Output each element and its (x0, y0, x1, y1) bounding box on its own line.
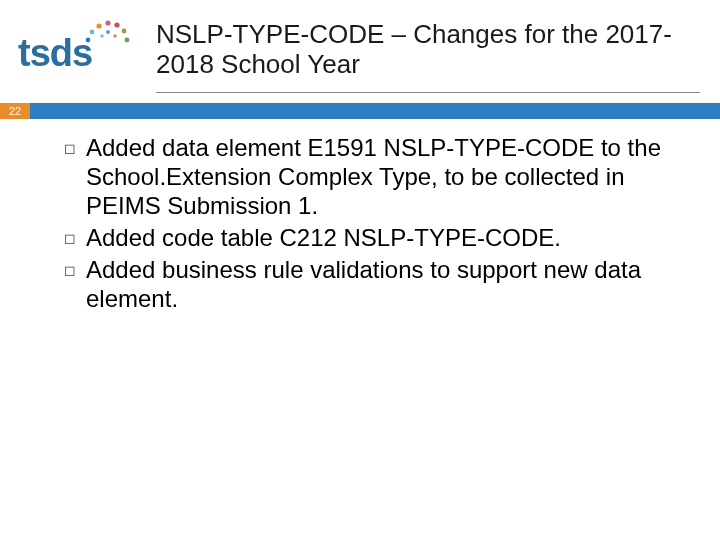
accent-bar (30, 103, 720, 119)
svg-point-7 (106, 30, 110, 34)
bullet-text: Added business rule validations to suppo… (86, 255, 684, 314)
slide-body: ◻ Added data element E1591 NSLP-TYPE-COD… (0, 119, 720, 313)
bullet-text: Added code table C212 NSLP-TYPE-CODE. (86, 223, 684, 252)
title-underline (156, 92, 700, 93)
bullet-icon: ◻ (64, 223, 86, 253)
slide-header: tsds NSLP-TYPE-CODE – Changes for the 20… (0, 0, 720, 88)
page-bar: 22 (0, 103, 720, 119)
bullet-icon: ◻ (64, 133, 86, 163)
page-number: 22 (0, 103, 30, 119)
svg-point-4 (114, 22, 119, 27)
bullet-text: Added data element E1591 NSLP-TYPE-CODE … (86, 133, 684, 221)
logo-text: tsds (18, 32, 92, 75)
list-item: ◻ Added code table C212 NSLP-TYPE-CODE. (64, 223, 684, 253)
list-item: ◻ Added business rule validations to sup… (64, 255, 684, 314)
svg-point-8 (100, 34, 104, 38)
svg-point-3 (105, 20, 110, 25)
bullet-icon: ◻ (64, 255, 86, 285)
tsds-logo: tsds (18, 18, 138, 74)
svg-point-9 (113, 34, 117, 38)
list-item: ◻ Added data element E1591 NSLP-TYPE-COD… (64, 133, 684, 221)
svg-point-6 (125, 38, 130, 43)
svg-point-5 (122, 29, 127, 34)
slide-title: NSLP-TYPE-CODE – Changes for the 2017-20… (156, 18, 700, 80)
svg-point-2 (96, 23, 101, 28)
